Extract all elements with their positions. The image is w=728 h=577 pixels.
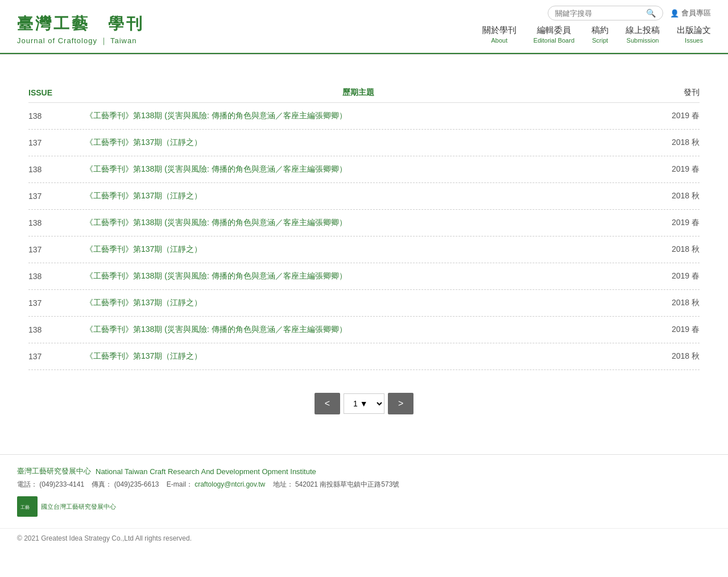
row-issue: 137 xyxy=(28,138,85,147)
footer-org-cn: 臺灣工藝研究發展中心 xyxy=(17,466,91,476)
fax-label: 傳真： xyxy=(92,480,112,488)
main-nav: 關於學刊About編輯委員Editorial Board稿約Script線上投稿… xyxy=(482,25,711,48)
row-issue: 137 xyxy=(28,352,85,361)
row-date: 2019 春 xyxy=(631,111,700,121)
row-topic: 《工藝季刊》第137期（江靜之） xyxy=(85,244,631,255)
row-date: 2019 春 xyxy=(631,325,700,335)
address: 542021 南投縣草屯鎮中正路573號 xyxy=(295,480,399,488)
row-issue: 138 xyxy=(28,111,85,121)
row-issue: 137 xyxy=(28,192,85,201)
header: 臺灣工藝 學刊 Journal of Craftology ｜ Taiwan 🔍… xyxy=(0,0,728,54)
table-row[interactable]: 137 《工藝季刊》第137期（江靜之） 2018 秋 xyxy=(28,290,700,317)
header-right: 🔍 👤 會員專區 關於學刊About編輯委員Editorial Board稿約S… xyxy=(482,6,711,53)
nav-item-script[interactable]: 稿約Script xyxy=(592,25,609,48)
table-row[interactable]: 137 《工藝季刊》第137期（江靜之） 2018 秋 xyxy=(28,343,700,370)
issues-table: 138 《工藝季刊》第138期 (災害與風險: 傳播的角色與意涵／客座主編張卿卿… xyxy=(28,103,700,370)
row-topic: 《工藝季刊》第137期（江靜之） xyxy=(85,298,631,308)
table-row[interactable]: 137 《工藝季刊》第137期（江靜之） 2018 秋 xyxy=(28,130,700,156)
phone: (049)233-4141 xyxy=(39,480,84,488)
row-topic: 《工藝季刊》第138期 (災害與風險: 傳播的角色與意涵／客座主編張卿卿） xyxy=(85,111,631,121)
row-date: 2018 秋 xyxy=(631,351,700,362)
header-top-row: 🔍 👤 會員專區 xyxy=(548,6,711,20)
col-issue-header: ISSUE xyxy=(28,88,85,97)
row-topic: 《工藝季刊》第137期（江靜之） xyxy=(85,138,631,148)
footer-logo-text: 國立台灣工藝研究發展中心 xyxy=(41,503,116,511)
col-date-header: 發刊 xyxy=(631,88,700,98)
row-date: 2019 春 xyxy=(631,218,700,228)
search-icon[interactable]: 🔍 xyxy=(646,9,656,18)
phone-label: 電話： xyxy=(17,480,38,488)
logo-title: 臺灣工藝 學刊 xyxy=(17,13,144,35)
row-issue: 138 xyxy=(28,165,85,174)
row-topic: 《工藝季刊》第138期 (災害與風險: 傳播的角色與意涵／客座主編張卿卿） xyxy=(85,218,631,228)
next-button[interactable]: > xyxy=(388,393,413,414)
table-row[interactable]: 138 《工藝季刊》第138期 (災害與風險: 傳播的角色與意涵／客座主編張卿卿… xyxy=(28,263,700,290)
table-row[interactable]: 138 《工藝季刊》第138期 (災害與風險: 傳播的角色與意涵／客座主編張卿卿… xyxy=(28,317,700,343)
address-label: 地址： xyxy=(273,480,293,488)
fax: (049)235-6613 xyxy=(114,480,159,488)
footer-copyright: © 2021 Greatest Idea Strategy Co.,Ltd Al… xyxy=(0,528,728,548)
prev-button[interactable]: < xyxy=(315,393,340,414)
member-link[interactable]: 👤 會員專區 xyxy=(670,8,711,18)
table-row[interactable]: 138 《工藝季刊》第138期 (災害與風險: 傳播的角色與意涵／客座主編張卿卿… xyxy=(28,103,700,130)
table-row[interactable]: 138 《工藝季刊》第138期 (災害與風險: 傳播的角色與意涵／客座主編張卿卿… xyxy=(28,156,700,183)
nav-item-about[interactable]: 關於學刊About xyxy=(482,25,516,48)
row-date: 2019 春 xyxy=(631,164,700,175)
logo-area: 臺灣工藝 學刊 Journal of Craftology ｜ Taiwan xyxy=(17,13,144,46)
search-box[interactable]: 🔍 xyxy=(548,6,663,20)
row-issue: 138 xyxy=(28,218,85,227)
row-date: 2018 秋 xyxy=(631,138,700,148)
nav-item-submission[interactable]: 線上投稿Submission xyxy=(626,25,660,48)
main-content: ISSUE 歷期主題 發刊 138 《工藝季刊》第138期 (災害與風險: 傳播… xyxy=(0,66,728,454)
row-issue: 137 xyxy=(28,245,85,254)
logo-subtitle: Journal of Craftology ｜ Taiwan xyxy=(17,36,144,46)
page-select[interactable]: 1 ▼ xyxy=(344,393,384,414)
row-issue: 138 xyxy=(28,272,85,281)
table-row[interactable]: 137 《工藝季刊》第137期（江靜之） 2018 秋 xyxy=(28,183,700,210)
svg-text:工藝: 工藝 xyxy=(20,505,30,510)
footer-contact: 電話： (049)233-4141 傳真： (049)235-6613 E-ma… xyxy=(17,480,711,489)
row-date: 2019 春 xyxy=(631,271,700,281)
row-issue: 138 xyxy=(28,325,85,334)
table-header: ISSUE 歷期主題 發刊 xyxy=(28,83,700,103)
nav-item-issues[interactable]: 出版論文Issues xyxy=(677,25,711,48)
footer-main: 臺灣工藝研究發展中心 National Taiwan Craft Researc… xyxy=(0,454,728,528)
search-input[interactable] xyxy=(555,9,646,18)
row-issue: 137 xyxy=(28,298,85,308)
row-date: 2018 秋 xyxy=(631,191,700,201)
table-row[interactable]: 138 《工藝季刊》第138期 (災害與風險: 傳播的角色與意涵／客座主編張卿卿… xyxy=(28,210,700,236)
row-topic: 《工藝季刊》第138期 (災害與風險: 傳播的角色與意涵／客座主編張卿卿） xyxy=(85,164,631,175)
footer: 臺灣工藝研究發展中心 National Taiwan Craft Researc… xyxy=(0,454,728,548)
footer-logo-row: 工藝 國立台灣工藝研究發展中心 xyxy=(17,496,711,517)
footer-org-en: National Taiwan Craft Research And Devel… xyxy=(96,467,316,476)
row-date: 2018 秋 xyxy=(631,244,700,255)
nav-item-editorial-board[interactable]: 編輯委員Editorial Board xyxy=(533,25,574,48)
member-label: 會員專區 xyxy=(681,8,711,18)
footer-logo-icon: 工藝 xyxy=(17,496,38,517)
user-icon: 👤 xyxy=(670,9,679,18)
email-link[interactable]: craftology@ntcri.gov.tw xyxy=(195,480,265,488)
row-topic: 《工藝季刊》第138期 (災害與風險: 傳播的角色與意涵／客座主編張卿卿） xyxy=(85,325,631,335)
pagination: < 1 ▼ > xyxy=(28,393,700,414)
row-topic: 《工藝季刊》第138期 (災害與風險: 傳播的角色與意涵／客座主編張卿卿） xyxy=(85,271,631,281)
col-topic-header: 歷期主題 xyxy=(85,88,631,98)
table-row[interactable]: 137 《工藝季刊》第137期（江靜之） 2018 秋 xyxy=(28,236,700,263)
row-date: 2018 秋 xyxy=(631,298,700,308)
email-label: E-mail： xyxy=(167,480,193,488)
footer-org: 臺灣工藝研究發展中心 National Taiwan Craft Researc… xyxy=(17,466,711,476)
row-topic: 《工藝季刊》第137期（江靜之） xyxy=(85,351,631,362)
row-topic: 《工藝季刊》第137期（江靜之） xyxy=(85,191,631,201)
